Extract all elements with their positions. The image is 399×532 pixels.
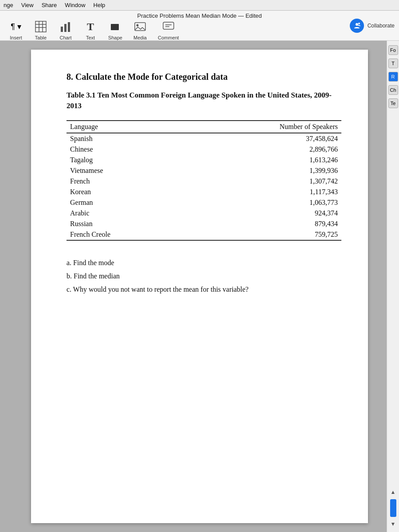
shape-icon bbox=[108, 20, 122, 34]
shape-tool[interactable]: Shape bbox=[104, 18, 127, 42]
language-cell: Vietnamese bbox=[66, 165, 182, 176]
right-panel-btn-fo[interactable]: Fo bbox=[388, 45, 398, 55]
question-heading: 8. Calculate the Mode for Categorical da… bbox=[66, 72, 341, 82]
insert-icon: ¶ ▾ bbox=[9, 20, 23, 34]
questions-section: a. Find the mode b. Find the median c. W… bbox=[66, 258, 341, 295]
chart-icon bbox=[59, 20, 73, 34]
text-label: Text bbox=[86, 35, 95, 40]
right-panel: Fo T R Ch Te ▲ ▼ bbox=[387, 41, 399, 532]
collaborate-label: Collaborate bbox=[368, 23, 395, 29]
text-tool[interactable]: T Text bbox=[79, 18, 102, 42]
speakers-cell: 1,063,773 bbox=[182, 197, 341, 208]
table-label: Table bbox=[35, 35, 47, 40]
speakers-cell: 1,399,936 bbox=[182, 165, 341, 176]
document-title: Practice Problems Mean Median Mode — Edi… bbox=[137, 12, 262, 19]
language-cell: Chinese bbox=[66, 144, 182, 155]
speakers-cell: 924,374 bbox=[182, 208, 341, 219]
toolbar: Practice Problems Mean Median Mode — Edi… bbox=[0, 11, 399, 41]
right-panel-label-r: R bbox=[391, 74, 395, 79]
speakers-cell: 37,458,624 bbox=[182, 133, 341, 144]
right-panel-label-fo: Fo bbox=[390, 47, 396, 53]
col-speakers-header: Number of Speakers bbox=[182, 121, 341, 133]
svg-rect-9 bbox=[135, 23, 145, 31]
question-b: b. Find the median bbox=[66, 271, 341, 282]
chart-tool[interactable]: Chart bbox=[54, 18, 77, 42]
speakers-cell: 879,434 bbox=[182, 219, 341, 229]
menu-item-help[interactable]: Help bbox=[94, 2, 106, 8]
scroll-thumb[interactable] bbox=[390, 499, 396, 517]
shape-label: Shape bbox=[108, 35, 122, 40]
page-container: 8. Calculate the Mode for Categorical da… bbox=[0, 41, 399, 532]
text-icon: T bbox=[83, 20, 98, 34]
language-cell: German bbox=[66, 197, 182, 208]
col-language-header: Language bbox=[66, 121, 182, 133]
table-row: Vietnamese1,399,936 bbox=[66, 165, 341, 176]
toolbar-tools: ¶ ▾ Insert Table bbox=[4, 18, 184, 42]
table-row: Korean1,117,343 bbox=[66, 187, 341, 197]
comment-label: Comment bbox=[158, 35, 179, 40]
insert-tool[interactable]: ¶ ▾ Insert bbox=[4, 18, 27, 42]
table-caption: Table 3.1 Ten Most Common Foreign Langua… bbox=[66, 90, 341, 111]
speakers-cell: 1,117,343 bbox=[182, 187, 341, 197]
table-row: Chinese2,896,766 bbox=[66, 144, 341, 155]
right-panel-btn-ch[interactable]: Ch bbox=[388, 85, 398, 95]
comment-tool[interactable]: Comment bbox=[153, 18, 184, 42]
right-panel-label-t: T bbox=[391, 61, 395, 66]
language-cell: Tagalog bbox=[66, 155, 182, 165]
media-icon bbox=[133, 20, 147, 34]
media-tool[interactable]: Media bbox=[129, 18, 152, 42]
table-icon bbox=[34, 20, 48, 34]
speakers-cell: 2,896,766 bbox=[182, 144, 341, 155]
menu-item-nge[interactable]: nge bbox=[4, 2, 13, 8]
table-row: Tagalog1,613,246 bbox=[66, 155, 341, 165]
scroll-down-arrow[interactable]: ▼ bbox=[390, 520, 397, 528]
table-row: German1,063,773 bbox=[66, 197, 341, 208]
svg-point-10 bbox=[137, 24, 139, 27]
scroll-up-arrow[interactable]: ▲ bbox=[390, 489, 397, 496]
menu-item-window[interactable]: Window bbox=[65, 2, 85, 8]
svg-point-14 bbox=[356, 23, 358, 26]
collaborate-icon[interactable] bbox=[350, 19, 364, 33]
svg-rect-11 bbox=[163, 22, 174, 29]
media-label: Media bbox=[133, 35, 147, 40]
question-c: c. Why would you not want to report the … bbox=[66, 284, 341, 295]
svg-point-15 bbox=[358, 23, 360, 24]
language-cell: Arabic bbox=[66, 208, 182, 219]
table-row: Arabic924,374 bbox=[66, 208, 341, 219]
language-cell: French Creole bbox=[66, 229, 182, 240]
speakers-cell: 1,307,742 bbox=[182, 176, 341, 187]
language-cell: Korean bbox=[66, 187, 182, 197]
language-cell: Russian bbox=[66, 219, 182, 229]
right-panel-btn-te[interactable]: Te bbox=[388, 98, 398, 108]
question-a: a. Find the mode bbox=[66, 258, 341, 268]
table-row: French Creole759,725 bbox=[66, 229, 341, 240]
svg-rect-7 bbox=[68, 22, 70, 32]
language-cell: Spanish bbox=[66, 133, 182, 144]
insert-label: Insert bbox=[10, 35, 22, 40]
document-page: 8. Calculate the Mode for Categorical da… bbox=[31, 50, 368, 523]
table-row: French1,307,742 bbox=[66, 176, 341, 187]
table-row: Spanish37,458,624 bbox=[66, 133, 341, 144]
speakers-cell: 759,725 bbox=[182, 229, 341, 240]
svg-rect-6 bbox=[64, 24, 66, 32]
right-panel-btn-r[interactable]: R bbox=[388, 72, 398, 82]
table-footer bbox=[66, 240, 341, 244]
svg-rect-0 bbox=[35, 21, 46, 32]
right-panel-label-te: Te bbox=[391, 101, 396, 106]
speakers-cell: 1,613,246 bbox=[182, 155, 341, 165]
table-row: Russian879,434 bbox=[66, 219, 341, 229]
svg-rect-8 bbox=[111, 24, 119, 30]
menu-item-share[interactable]: Share bbox=[42, 2, 57, 8]
menu-bar: nge View Share Window Help bbox=[0, 0, 399, 11]
table-tool[interactable]: Table bbox=[29, 18, 52, 42]
language-cell: French bbox=[66, 176, 182, 187]
svg-rect-5 bbox=[61, 27, 63, 32]
chart-label: Chart bbox=[60, 35, 72, 40]
toolbar-right: Collaborate bbox=[350, 19, 395, 33]
comment-icon bbox=[161, 20, 176, 34]
right-panel-btn-t[interactable]: T bbox=[388, 59, 398, 68]
right-panel-label-ch: Ch bbox=[390, 87, 396, 93]
menu-item-view[interactable]: View bbox=[21, 2, 34, 8]
language-table: Language Number of Speakers Spanish37,45… bbox=[66, 120, 341, 244]
